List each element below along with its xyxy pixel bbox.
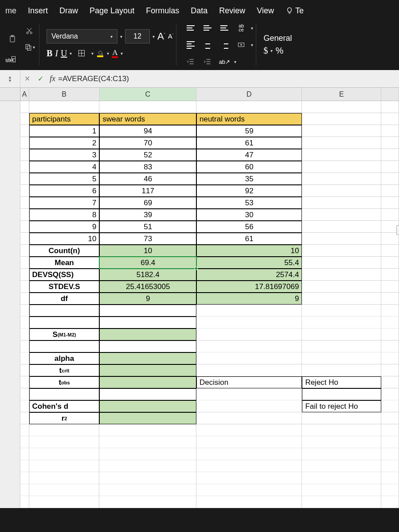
align-bottom-button[interactable] (217, 21, 231, 35)
table-row: 107361 (0, 233, 399, 245)
formula-bar: ▲▼ ✕ ✓ fx =AVERAGE(C4:C13) (0, 70, 399, 88)
align-center-button[interactable] (200, 38, 215, 52)
select-all-corner[interactable] (0, 88, 20, 101)
table-row: 76953 (0, 197, 399, 209)
tab-page-layout[interactable]: Page Layout (89, 4, 135, 17)
wrap-text-button[interactable]: abce (234, 21, 248, 35)
bold-button[interactable]: B (47, 48, 52, 59)
stat-row-tobs: tobsDecisionReject Ho (0, 376, 399, 388)
fill-color-button[interactable] (96, 49, 104, 57)
col-header-b[interactable]: B (29, 88, 100, 101)
tab-draw[interactable]: Draw (59, 4, 79, 17)
align-left-button[interactable] (184, 38, 198, 52)
tab-review[interactable]: Review (218, 4, 246, 17)
align-right-button[interactable] (217, 38, 231, 52)
font-color-button[interactable]: A (112, 48, 118, 58)
svg-rect-5 (27, 46, 31, 51)
stat-row-df: df99 (0, 293, 399, 305)
clipboard-group: ▾ ste (3, 24, 39, 66)
merge-button[interactable] (234, 38, 248, 52)
fill-handle[interactable] (195, 267, 198, 270)
col-header-a[interactable]: A (20, 88, 29, 101)
table-row: 54635 (0, 173, 399, 185)
svg-point-3 (30, 32, 32, 34)
increase-indent-button[interactable] (200, 55, 215, 69)
format-painter-button[interactable] (7, 53, 21, 66)
grow-font-button[interactable]: Aˆ (157, 31, 165, 42)
col-header-f[interactable] (381, 88, 399, 101)
cancel-formula-button[interactable]: ✕ (20, 74, 34, 83)
stat-row-count: Count(n)1010 (0, 245, 399, 257)
table-row: 611792 (0, 185, 399, 197)
svg-rect-4 (26, 44, 29, 49)
cut-button[interactable] (22, 24, 36, 38)
name-box[interactable]: ▲▼ (0, 70, 20, 87)
stat-row-stdev: STDEV.S25.4165300517.81697069 (0, 281, 399, 293)
underline-button[interactable]: U (61, 48, 67, 59)
table-row: 35247 (0, 149, 399, 161)
copy-button[interactable]: ▾ (22, 40, 36, 54)
align-top-button[interactable] (184, 21, 198, 35)
paste-button[interactable] (5, 32, 20, 46)
stat-row-alpha: alpha (0, 352, 399, 364)
currency-button[interactable]: $ (263, 46, 268, 56)
worksheet-grid[interactable]: ✚ participants swear words neutral words… (0, 101, 399, 508)
percent-button[interactable]: % (275, 46, 283, 56)
orientation-button[interactable]: ab↗ (217, 55, 231, 69)
alignment-group: abce▾ ▾ ab↗▾ (181, 24, 256, 66)
tab-home[interactable]: me (4, 4, 17, 17)
table-row: 83930 (0, 209, 399, 221)
table-row: 19459 (0, 125, 399, 137)
tab-formulas[interactable]: Formulas (145, 4, 180, 17)
col-header-e[interactable]: E (302, 88, 381, 101)
stat-row-cohen: Cohen's dFail to reject Ho (0, 400, 399, 412)
decrease-indent-button[interactable] (184, 55, 198, 69)
tab-insert[interactable]: Insert (27, 4, 49, 17)
stat-row-devsq: DEVSQ(SS)5182.42574.4 (0, 269, 399, 281)
number-group: General $▾ % (261, 24, 294, 66)
lightbulb-icon (286, 7, 293, 15)
stat-row-r2: r2 (0, 412, 399, 424)
tab-view[interactable]: View (256, 4, 275, 17)
stat-row-sm1m2: S(M1-M2) (0, 329, 399, 340)
fail-reject-cell[interactable]: Fail to reject Ho (302, 400, 381, 412)
stat-row-tcrit: tcrit (0, 364, 399, 376)
table-row: 48360 (0, 161, 399, 173)
fx-button[interactable]: fx (47, 74, 58, 83)
number-format-select[interactable]: General (263, 34, 292, 43)
ribbon-toolbar: ▾ ste Verdana▾ ▾ 12 ▾ Aˆ Aˇ B I U▾ ▾ ▾ A… (0, 21, 399, 70)
col-header-c[interactable]: C (100, 88, 197, 101)
table-header-row: participants swear words neutral words (0, 113, 399, 125)
selected-cell[interactable]: 69.4 (99, 257, 196, 269)
font-name-select[interactable]: Verdana▾ (47, 29, 117, 43)
svg-point-2 (27, 32, 28, 34)
accept-formula-button[interactable]: ✓ (34, 74, 47, 83)
header-swear-words[interactable]: swear words (99, 113, 196, 125)
header-neutral-words[interactable]: neutral words (196, 113, 302, 125)
align-middle-button[interactable] (200, 21, 215, 35)
chevron-down-icon: ▾ (153, 34, 155, 39)
column-headers: A B C D E (0, 88, 399, 101)
ribbon-tabs: me Insert Draw Page Layout Formulas Data… (0, 0, 399, 21)
table-row: 27061 (0, 137, 399, 149)
chevron-down-icon: ▾ (120, 34, 122, 39)
stat-row-mean: Mean69.455.4 (0, 257, 399, 269)
expand-handle[interactable]: ✚ (396, 225, 399, 235)
decision-label[interactable]: Decision (196, 376, 302, 388)
font-group: Verdana▾ ▾ 12 ▾ Aˆ Aˇ B I U▾ ▾ ▾ A▾ (44, 24, 176, 66)
header-participants[interactable]: participants (29, 113, 100, 125)
tab-tell-me[interactable]: Te (285, 4, 305, 17)
col-header-d[interactable]: D (196, 88, 302, 101)
borders-button[interactable] (74, 46, 89, 60)
italic-button[interactable]: I (55, 48, 58, 59)
shrink-font-button[interactable]: Aˇ (168, 32, 174, 40)
tab-data[interactable]: Data (190, 4, 208, 17)
font-size-select[interactable]: 12 (125, 29, 150, 43)
formula-input[interactable]: =AVERAGE(C4:C13) (58, 74, 129, 83)
table-row: 95156 (0, 221, 399, 233)
reject-ho-cell[interactable]: Reject Ho (302, 376, 381, 388)
